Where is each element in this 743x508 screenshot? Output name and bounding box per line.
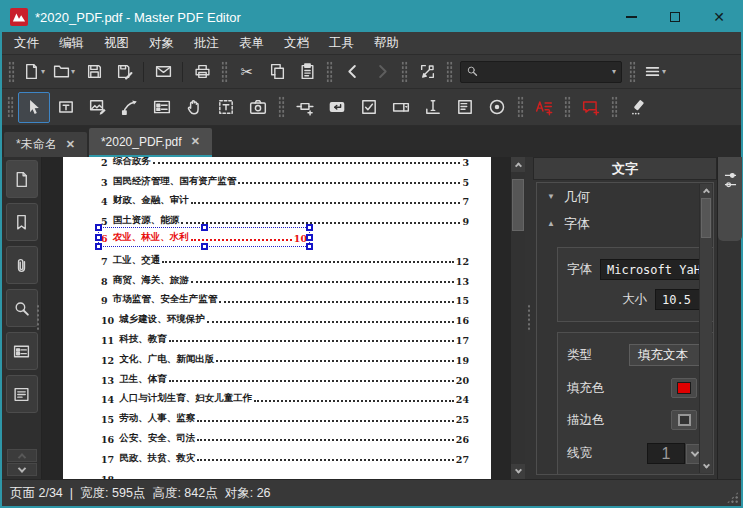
back-button[interactable] — [337, 58, 367, 85]
toolbar-grip[interactable] — [221, 61, 228, 83]
sticky-note-button[interactable] — [575, 92, 607, 123]
panel-scrollbar[interactable] — [699, 184, 712, 473]
dropdown-caret-icon[interactable]: ▾ — [71, 67, 75, 76]
sidebar-attachments-button[interactable] — [6, 246, 38, 284]
select-arrow-button[interactable] — [18, 92, 50, 123]
close-tab-icon[interactable]: ✕ — [191, 135, 200, 148]
toolbar-grip[interactable] — [564, 96, 571, 118]
link-button[interactable] — [289, 92, 321, 123]
sidebar-splitter-grip[interactable] — [36, 304, 40, 332]
maximize-button[interactable] — [653, 2, 697, 32]
scroll-up-button[interactable] — [511, 157, 525, 172]
selection-handle-ml[interactable] — [95, 234, 102, 241]
sidebar-search-doc-button[interactable] — [6, 289, 38, 327]
text-field-button[interactable] — [417, 92, 449, 123]
selection-handle-bl[interactable] — [95, 243, 102, 250]
toolbar-grip[interactable] — [7, 96, 14, 118]
search-input[interactable] — [478, 65, 611, 79]
menu-item-object[interactable]: 对象 — [139, 32, 184, 55]
toolbar-grip[interactable] — [278, 96, 285, 118]
edit-path-button[interactable] — [114, 92, 146, 123]
panel-scrollbar-thumb[interactable] — [701, 198, 711, 238]
dropdown-caret-icon[interactable]: ▾ — [41, 67, 45, 76]
print-button[interactable] — [187, 58, 217, 85]
text-select-button[interactable] — [210, 92, 242, 123]
selected-text-object[interactable]: 6农业、林业、水利10 — [101, 230, 307, 244]
open-folder-button[interactable]: ▾ — [49, 58, 79, 85]
scroll-down-button[interactable] — [511, 464, 525, 479]
paste-button[interactable] — [292, 58, 322, 85]
zoom-to-selection-button[interactable] — [412, 58, 442, 85]
toolbar-grip[interactable] — [517, 96, 524, 118]
panel-splitter[interactable] — [525, 157, 533, 479]
close-tab-icon[interactable]: ✕ — [66, 138, 75, 151]
font-name-input[interactable]: Microsoft YaHei — [600, 259, 707, 280]
resize-grip[interactable] — [726, 491, 739, 504]
form-editor-button[interactable] — [146, 92, 178, 123]
panel-scroll-up-button[interactable] — [700, 184, 712, 197]
sidebar-bookmarks-button[interactable] — [6, 203, 38, 241]
menu-item-help[interactable]: 帮助 — [364, 32, 409, 55]
pdf-page[interactable]: 2综合政务33国民经济管理、国有资产监管54财政、金融、审计75国土资源、能源9… — [63, 157, 491, 479]
edit-image-button[interactable] — [82, 92, 114, 123]
menu-item-form[interactable]: 表单 — [229, 32, 274, 55]
stroke-color-button[interactable] — [671, 410, 697, 430]
add-text-annotation-button[interactable] — [528, 92, 560, 123]
menu-item-view[interactable]: 视图 — [94, 32, 139, 55]
combobox-button[interactable] — [385, 92, 417, 123]
panel-scroll-down-button[interactable] — [700, 460, 712, 473]
menu-button[interactable]: ▾ — [640, 58, 670, 85]
title-bar[interactable]: *2020_PDF.pdf - Master PDF Editor ✕ — [2, 2, 741, 32]
section-geometry[interactable]: ▼ 几何 — [537, 183, 713, 210]
document-canvas[interactable]: 2综合政务33国民经济管理、国有资产监管54财政、金融、审计75国土资源、能源9… — [42, 157, 510, 479]
sidebar-scroll-down-button[interactable] — [7, 463, 37, 476]
whiteout-eraser-button[interactable] — [622, 92, 654, 123]
menu-item-annotate[interactable]: 批注 — [184, 32, 229, 55]
selection-handle-tl[interactable] — [95, 224, 102, 231]
menu-item-tools[interactable]: 工具 — [319, 32, 364, 55]
menu-item-document[interactable]: 文档 — [274, 32, 319, 55]
selection-handle-tm[interactable] — [201, 224, 208, 231]
forward-button[interactable] — [367, 58, 397, 85]
menu-item-edit[interactable]: 编辑 — [49, 32, 94, 55]
toolbar-grip[interactable] — [326, 61, 333, 83]
hand-button[interactable] — [178, 92, 210, 123]
dropdown-caret-icon[interactable]: ▾ — [612, 67, 616, 76]
selection-handle-mr[interactable] — [306, 234, 313, 241]
menu-item-file[interactable]: 文件 — [4, 32, 49, 55]
properties-tab[interactable] — [718, 157, 742, 241]
section-font[interactable]: ▲ 字体 — [537, 210, 713, 237]
document-vertical-scrollbar[interactable] — [510, 157, 525, 479]
new-document-button[interactable]: ▾ — [19, 58, 49, 85]
checkbox-button[interactable] — [353, 92, 385, 123]
dropdown-caret-icon[interactable]: ▾ — [662, 67, 666, 76]
sidebar-pages-button[interactable] — [6, 160, 38, 198]
edit-text-button[interactable] — [50, 92, 82, 123]
minimize-button[interactable] — [609, 2, 653, 32]
toolbar-grip[interactable] — [8, 61, 15, 83]
type-dropdown[interactable]: 填充文本 — [629, 344, 707, 366]
sidebar-scroll-up-button[interactable] — [7, 449, 37, 462]
selection-handle-tr[interactable] — [306, 224, 313, 231]
tab-2020-pdf[interactable]: *2020_PDF.pdf✕ — [89, 128, 212, 157]
toolbar-grip[interactable] — [611, 96, 618, 118]
fill-color-button[interactable] — [671, 378, 697, 398]
save-as-button[interactable] — [109, 58, 139, 85]
email-button[interactable] — [148, 58, 178, 85]
tab-untitled[interactable]: *未命名✕ — [4, 132, 87, 157]
close-button[interactable]: ✕ — [697, 2, 741, 32]
enter-key-button[interactable] — [321, 92, 353, 123]
radio-button-button[interactable] — [481, 92, 513, 123]
sidebar-annotations-button[interactable] — [6, 375, 38, 413]
toolbar-grip[interactable] — [629, 61, 636, 83]
search-box[interactable]: ▾ — [460, 61, 622, 83]
line-width-input[interactable]: 1 — [647, 443, 685, 464]
listbox-button[interactable] — [449, 92, 481, 123]
snapshot-button[interactable] — [242, 92, 274, 123]
copy-button[interactable] — [262, 58, 292, 85]
toolbar-grip[interactable] — [446, 61, 453, 83]
toolbar-grip[interactable] — [401, 61, 408, 83]
sidebar-form-fields-button[interactable] — [6, 332, 38, 370]
selection-handle-bm[interactable] — [201, 243, 208, 250]
cut-button[interactable]: ✂ — [232, 58, 262, 85]
